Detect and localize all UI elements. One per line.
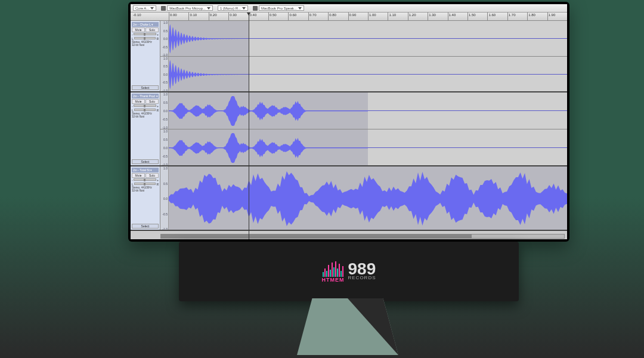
pan-slider[interactable]: [134, 37, 156, 39]
waveform-lane[interactable]: 1.00.50.0-0.5-1.0: [160, 21, 567, 57]
channel-selector[interactable]: 1 (Mono) R...: [218, 5, 248, 11]
track-title[interactable]: 2m - Choke L ▾: [132, 22, 159, 27]
amplitude-tick: 0.0: [163, 109, 168, 113]
amplitude-tick: 0.5: [163, 101, 168, 104]
brand-records: RECORDS: [348, 276, 376, 280]
ruler-tick: 0.90: [348, 13, 357, 20]
ruler-tick: 1.70: [507, 13, 516, 20]
amplitude-tick: 1.0: [163, 57, 168, 60]
track-select-button[interactable]: Select: [132, 159, 159, 164]
mute-button[interactable]: Mute: [132, 27, 145, 32]
amplitude-tick: -1.0: [162, 227, 168, 230]
ruler-start-marker: -0.10: [133, 13, 141, 17]
ruler-tick: 1.10: [388, 13, 396, 20]
track-title[interactable]: 2m - Total St ▾: [132, 168, 159, 172]
ruler-tick: 1.90: [547, 13, 556, 20]
audio-host-selector[interactable]: Core A...: [133, 5, 156, 11]
waveform: [169, 92, 368, 129]
chevron-down-icon: [207, 7, 210, 10]
amplitude-tick: 0.0: [163, 146, 168, 150]
pan-slider[interactable]: [134, 183, 156, 185]
mute-button[interactable]: Mute: [132, 99, 145, 104]
amplitude-tick: 1.0: [163, 166, 168, 170]
track-lanes: 1.00.50.0-0.5-1.01.00.50.0-0.5-1.0: [160, 21, 567, 91]
amplitude-tick: 0.5: [163, 182, 168, 186]
solo-button[interactable]: Solo: [145, 99, 159, 104]
ruler-tick: 0.50: [268, 13, 277, 20]
timeline-ruler[interactable]: -0.100.000.100.200.300.400.500.600.700.8…: [131, 13, 567, 21]
track-control-panel: 2m - Choke L ▾MuteSolo-+LRStereo, 44100H…: [131, 21, 160, 91]
track-format-info: Stereo, 44100Hz32-bit float: [132, 113, 159, 119]
track: 2m - Total St ▾MuteSolo-+LRStereo, 44100…: [131, 166, 567, 231]
waveform: [169, 57, 249, 92]
chevron-down-icon: [242, 7, 246, 10]
track: 2m - Choke L ▾MuteSolo-+LRStereo, 44100H…: [131, 21, 567, 92]
equalizer-icon: [323, 260, 343, 277]
amplitude-tick: 0.0: [163, 197, 168, 200]
ruler-tick: 0.20: [209, 13, 217, 20]
playhead[interactable]: [249, 13, 249, 239]
chevron-down-icon: [150, 7, 154, 10]
ruler-tick: 1.20: [408, 13, 416, 20]
ruler-tick: 1.50: [467, 13, 476, 20]
monitor-base: HTMEM 989 RECORDS: [179, 242, 519, 301]
amplitude-tick: -0.5: [162, 81, 168, 84]
amplitude-tick: -0.5: [162, 118, 168, 121]
track-select-button[interactable]: Select: [132, 224, 159, 229]
ruler-tick: 0.70: [308, 13, 317, 20]
microphone-icon: [161, 6, 166, 11]
chevron-down-icon: [298, 7, 302, 10]
amplitude-tick: 0.5: [163, 138, 168, 141]
waveform-lane[interactable]: 1.00.50.0-0.5-1.0: [160, 92, 567, 129]
amplitude-tick: -0.5: [162, 155, 168, 158]
monitor-stand: [297, 298, 398, 355]
gain-slider[interactable]: [134, 33, 156, 35]
track-lanes: 1.00.50.0-0.5-1.0: [160, 166, 567, 230]
output-device-selector[interactable]: MacBook Pro Speak...: [253, 5, 304, 11]
brand-htmem: HTMEM: [321, 277, 344, 283]
amplitude-tick: 0.5: [163, 29, 168, 33]
input-device-label: MacBook Pro Microp...: [169, 7, 206, 10]
mute-button[interactable]: Mute: [132, 173, 145, 178]
speaker-icon: [253, 6, 258, 11]
amplitude-axis: 1.00.50.0-0.5-1.0: [160, 129, 169, 166]
track: 2m - Thank Prod ▾MuteSolo-+LRStereo, 441…: [131, 92, 567, 166]
ruler-tick: 1.40: [448, 13, 456, 20]
amplitude-axis: 1.00.50.0-0.5-1.0: [160, 21, 169, 56]
horizontal-scrollbar[interactable]: [160, 234, 565, 239]
track-title[interactable]: 2m - Thank Prod ▾: [132, 94, 159, 98]
waveform-lane[interactable]: 1.00.50.0-0.5-1.0: [160, 129, 567, 166]
ruler-tick: 0.60: [288, 13, 296, 20]
waveform-lane[interactable]: 1.00.50.0-0.5-1.0: [160, 166, 567, 230]
waveform-lane[interactable]: 1.00.50.0-0.5-1.0: [160, 57, 567, 92]
monitor-frame: Core A... MacBook Pro Microp... 1 (Mono)…: [128, 2, 569, 242]
gain-slider[interactable]: [134, 104, 156, 107]
audio-host-label: Core A...: [135, 7, 149, 10]
ruler-tick: 0.80: [328, 13, 336, 20]
ruler-tick: 0.00: [169, 13, 177, 20]
gain-slider[interactable]: [134, 178, 156, 181]
ruler-tick: 0.30: [228, 13, 237, 20]
pan-slider[interactable]: [134, 109, 156, 111]
track-select-button[interactable]: Select: [132, 85, 159, 90]
ruler-tick: 1.80: [527, 13, 535, 20]
amplitude-tick: -0.5: [162, 45, 168, 49]
track-control-panel: 2m - Total St ▾MuteSolo-+LRStereo, 44100…: [131, 166, 160, 230]
ruler-tick: 1.30: [428, 13, 436, 20]
brand-989: 989: [348, 263, 376, 276]
amplitude-tick: 1.0: [163, 129, 168, 133]
amplitude-tick: 0.0: [163, 37, 168, 41]
track-format-info: Stereo, 44100Hz32-bit float: [132, 41, 159, 47]
waveform: [169, 166, 567, 230]
output-device-label: MacBook Pro Speak...: [261, 7, 297, 10]
input-device-selector[interactable]: MacBook Pro Microp...: [161, 5, 213, 11]
amplitude-tick: -0.5: [162, 212, 168, 216]
solo-button[interactable]: Solo: [145, 27, 159, 32]
amplitude-axis: 1.00.50.0-0.5-1.0: [160, 166, 169, 230]
scrollbar-thumb[interactable]: [161, 234, 472, 238]
device-toolbar: Core A... MacBook Pro Microp... 1 (Mono)…: [131, 4, 567, 13]
amplitude-tick: -1.0: [162, 163, 168, 166]
solo-button[interactable]: Solo: [145, 173, 159, 178]
ruler-tick: 0.10: [188, 13, 197, 20]
track-lanes: 1.00.50.0-0.5-1.01.00.50.0-0.5-1.0: [160, 92, 567, 165]
